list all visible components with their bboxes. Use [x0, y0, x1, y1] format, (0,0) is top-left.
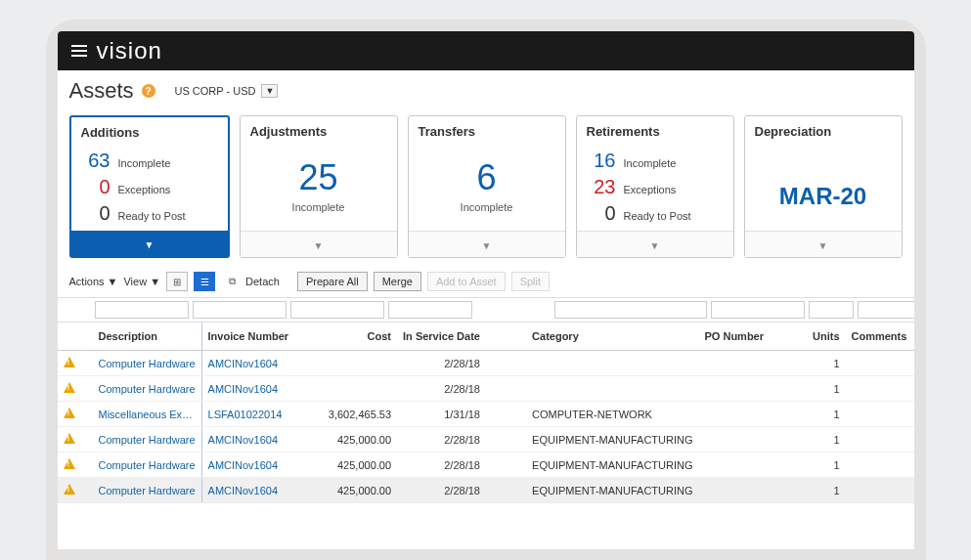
tile-expand[interactable]: ▼	[241, 231, 397, 257]
tile-transfers[interactable]: Transfers 6 Incomplete ▼	[408, 115, 566, 258]
cell-invoice[interactable]: AMCINov1604	[201, 351, 299, 376]
tile-expand[interactable]: ▼	[71, 231, 228, 256]
cell-category	[526, 351, 698, 376]
view-menu[interactable]: View ▼	[123, 276, 160, 287]
tile-incomplete-count: 63	[81, 150, 110, 172]
tile-adjustments[interactable]: Adjustments 25 Incomplete ▼	[240, 115, 398, 258]
book-selector[interactable]: US CORP - USD ▼	[175, 84, 279, 98]
table-row[interactable]: Computer HardwareAMCINov1604425,000.002/…	[58, 478, 914, 503]
cell-date: 2/28/18	[397, 427, 486, 452]
cell-cost	[299, 376, 397, 402]
help-icon[interactable]: ?	[142, 84, 155, 98]
cell-description[interactable]: Computer Hardware	[93, 351, 202, 376]
cell-description[interactable]: Computer Hardware	[93, 452, 202, 478]
filter-description[interactable]	[95, 301, 189, 319]
filter-date[interactable]	[388, 301, 472, 319]
detach-button[interactable]: ⧉Detach	[221, 272, 280, 291]
filter-category[interactable]	[554, 301, 707, 319]
cell-invoice[interactable]: LSFA01022014	[201, 402, 299, 427]
chevron-down-icon: ▼	[818, 240, 828, 251]
detach-icon: ⧉	[221, 272, 243, 291]
warning-icon	[64, 433, 75, 444]
tile-incomplete-label: Incomplete	[118, 157, 171, 169]
book-selector-label: US CORP - USD	[175, 85, 256, 97]
warning-icon	[64, 484, 75, 495]
warning-icon	[64, 408, 75, 418]
table-row[interactable]: Computer HardwareAMCINov16042/28/181	[58, 376, 914, 402]
cell-cost	[299, 351, 397, 376]
chevron-down-icon: ▼	[482, 240, 492, 251]
tile-exceptions-label: Exceptions	[624, 184, 677, 195]
cell-category: EQUIPMENT-MANUFACTURING	[526, 478, 698, 503]
filter-cost[interactable]	[290, 301, 384, 319]
cell-description[interactable]: Miscellaneous Ex…	[93, 402, 202, 427]
tile-big-count: 25	[250, 160, 387, 195]
tile-expand[interactable]: ▼	[745, 231, 902, 257]
warning-icon	[64, 458, 75, 469]
cell-invoice[interactable]: AMCINov1604	[201, 452, 299, 478]
actions-menu[interactable]: Actions ▼	[69, 276, 118, 287]
top-bar: vision	[58, 31, 914, 70]
chevron-down-icon[interactable]: ▼	[261, 84, 278, 98]
cell-invoice[interactable]: AMCINov1604	[201, 478, 299, 503]
warning-icon	[64, 382, 75, 393]
cell-comments	[846, 402, 914, 427]
format-icon[interactable]: ⊞	[166, 272, 188, 291]
cell-invoice[interactable]: AMCINov1604	[201, 376, 299, 402]
tile-expand[interactable]: ▼	[409, 231, 565, 257]
cell-cost: 3,602,465.53	[299, 402, 397, 427]
table-row[interactable]: Computer HardwareAMCINov16042/28/181	[58, 351, 914, 376]
cell-units: 1	[797, 402, 846, 427]
tile-ready-count: 0	[587, 202, 616, 225]
col-units[interactable]: Units	[797, 323, 846, 351]
col-po[interactable]: PO Number	[699, 323, 797, 351]
table-toolbar: Actions ▼ View ▼ ⊞ ☰ ⧉Detach Prepare All…	[58, 258, 914, 297]
table-row[interactable]: Miscellaneous Ex…LSFA010220143,602,465.5…	[58, 402, 914, 427]
col-comments[interactable]: Comments	[846, 323, 914, 351]
sub-header: Assets ? US CORP - USD ▼	[58, 70, 914, 108]
cell-po	[699, 478, 797, 503]
warning-icon	[64, 357, 75, 367]
infotile-row: Additions 63Incomplete 0Exceptions 0Read…	[58, 108, 914, 258]
cell-date: 2/28/18	[397, 452, 486, 478]
chevron-down-icon: ▼	[314, 240, 324, 251]
col-cost[interactable]: Cost	[299, 323, 397, 351]
col-category[interactable]: Category	[526, 323, 698, 351]
filter-invoice[interactable]	[193, 301, 287, 319]
filter-units[interactable]	[809, 301, 854, 319]
assets-table-wrap: Description Invoice Number Cost In Servi…	[58, 323, 914, 503]
prepare-all-button[interactable]: Prepare All	[297, 272, 368, 291]
tile-expand[interactable]: ▼	[577, 231, 733, 257]
menu-icon[interactable]	[71, 45, 87, 57]
cell-invoice[interactable]: AMCINov1604	[201, 427, 299, 452]
tile-title: Additions	[71, 117, 228, 144]
col-invoice[interactable]: Invoice Number	[201, 323, 299, 351]
cell-category: COMPUTER-NETWORK	[526, 402, 698, 427]
tile-additions[interactable]: Additions 63Incomplete 0Exceptions 0Read…	[69, 115, 230, 258]
tile-big-count: 6	[419, 160, 555, 195]
cell-date: 1/31/18	[397, 402, 486, 427]
cell-po	[699, 427, 797, 452]
cell-date: 2/28/18	[397, 351, 486, 376]
brand-logo: vision	[97, 37, 162, 65]
table-row[interactable]: Computer HardwareAMCINov1604425,000.002/…	[58, 452, 914, 478]
col-description[interactable]: Description	[93, 323, 202, 351]
filter-comments[interactable]	[858, 301, 914, 319]
filter-po[interactable]	[711, 301, 805, 319]
tile-depreciation[interactable]: Depreciation MAR-20 ▼	[744, 115, 903, 258]
tile-title: Transfers	[409, 116, 565, 143]
cell-po	[699, 376, 797, 402]
cell-date: 2/28/18	[397, 478, 486, 503]
table-row[interactable]: Computer HardwareAMCINov1604425,000.002/…	[58, 427, 914, 452]
col-in-service[interactable]: In Service Date	[397, 323, 486, 351]
merge-button[interactable]: Merge	[374, 272, 421, 291]
cell-description[interactable]: Computer Hardware	[93, 427, 202, 452]
laptop-frame: vision Assets ? US CORP - USD ▼ Addition…	[46, 20, 926, 560]
tile-retirements[interactable]: Retirements 16Incomplete 23Exceptions 0R…	[576, 115, 734, 258]
edit-columns-icon[interactable]: ☰	[194, 272, 215, 291]
cell-description[interactable]: Computer Hardware	[93, 376, 202, 402]
add-to-asset-button: Add to Asset	[427, 272, 506, 291]
col-warning	[58, 323, 93, 351]
cell-category	[526, 376, 698, 402]
cell-description[interactable]: Computer Hardware	[93, 478, 202, 503]
